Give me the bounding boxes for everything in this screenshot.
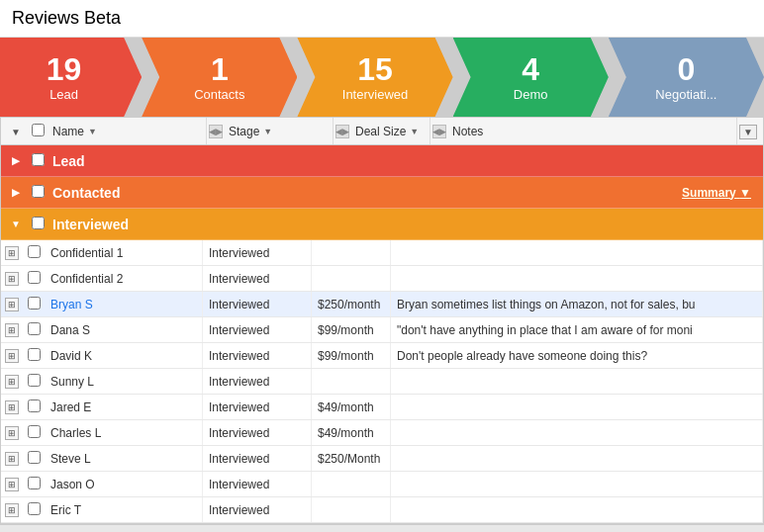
cell-stage: Interviewed xyxy=(203,369,312,394)
col-header-deal[interactable]: Deal Size ▼ xyxy=(351,118,430,144)
cell-notes xyxy=(391,395,763,419)
name-sort-icon: ▼ xyxy=(88,127,97,136)
app-title: Reviews Beta xyxy=(0,0,764,38)
group-label-lead: Lead xyxy=(48,153,759,169)
toggle-all-icon[interactable]: ▼ xyxy=(5,124,27,138)
cell-notes xyxy=(391,472,763,496)
row-checkbox[interactable] xyxy=(23,502,45,518)
pipeline-stage-contacts[interactable]: 1 Contacts xyxy=(142,38,297,117)
cell-stage: Interviewed xyxy=(203,292,312,316)
cell-name[interactable]: Dana S xyxy=(45,317,203,342)
cell-deal xyxy=(312,497,391,522)
cell-notes: Bryan sometimes list things on Amazon, n… xyxy=(391,292,763,316)
cell-name[interactable]: Sunny L xyxy=(45,369,203,394)
stage-label-interviewed: Interviewed xyxy=(342,87,408,102)
notes-dropdown-icon[interactable]: ▼ xyxy=(737,124,759,138)
row-checkbox[interactable] xyxy=(23,297,45,312)
table-row: ⊞ Confidential 1 Interviewed xyxy=(1,240,763,266)
name-resize-handle[interactable]: ◀▶ xyxy=(209,125,223,138)
row-checkbox[interactable] xyxy=(23,399,45,415)
cell-name[interactable]: Jason O xyxy=(45,472,203,496)
cell-stage: Interviewed xyxy=(203,266,312,291)
col-header-name[interactable]: Name ▼ xyxy=(48,118,207,144)
cell-name[interactable]: David K xyxy=(45,343,203,368)
pipeline-banner: 19 Lead 1 Contacts 15 Interviewed 4 Demo… xyxy=(0,38,764,117)
stage-resize-handle[interactable]: ◀▶ xyxy=(335,125,349,138)
stage-label-contacts: Contacts xyxy=(194,87,244,102)
cell-name[interactable]: Eric T xyxy=(45,497,203,522)
col-header-notes[interactable]: Notes xyxy=(448,118,737,144)
stage-count-interviewed: 15 xyxy=(357,53,393,85)
cell-deal: $99/month xyxy=(312,317,391,342)
cell-notes xyxy=(391,240,763,265)
row-expand-icon[interactable]: ⊞ xyxy=(1,349,23,363)
cell-stage: Interviewed xyxy=(203,395,312,419)
row-checkbox[interactable] xyxy=(23,348,45,364)
pipeline-stage-interviewed[interactable]: 15 Interviewed xyxy=(297,38,452,117)
cell-stage: Interviewed xyxy=(203,317,312,342)
row-expand-icon[interactable]: ⊞ xyxy=(1,298,23,311)
row-expand-icon[interactable]: ⊞ xyxy=(1,426,23,440)
group-label-contacted: Contacted xyxy=(48,185,682,201)
group-toggle-lead[interactable]: ▶ xyxy=(5,155,27,166)
main-table: ▼ Name ▼ ◀▶ Stage ▼ ◀▶ Deal Size ▼ ◀▶ No… xyxy=(0,117,764,524)
row-checkbox[interactable] xyxy=(23,477,45,492)
stage-count-contacts: 1 xyxy=(211,53,229,85)
group-header-interviewed: ▼ Interviewed xyxy=(1,209,763,240)
table-row: ⊞ Bryan S Interviewed $250/month Bryan s… xyxy=(1,292,763,317)
cell-notes xyxy=(391,266,763,291)
group-summary-contacted[interactable]: Summary ▼ xyxy=(682,186,751,200)
cell-deal: $250/month xyxy=(312,292,391,316)
group-label-interviewed: Interviewed xyxy=(48,217,759,232)
row-expand-icon[interactable]: ⊞ xyxy=(1,272,23,286)
stage-label-demo: Demo xyxy=(514,87,548,102)
cell-name[interactable]: Charles L xyxy=(45,420,203,445)
row-expand-icon[interactable]: ⊞ xyxy=(1,246,23,260)
cell-name[interactable]: Confidential 1 xyxy=(45,240,203,265)
row-checkbox[interactable] xyxy=(23,451,45,467)
cell-name[interactable]: Confidential 2 xyxy=(45,266,203,291)
row-checkbox[interactable] xyxy=(23,271,45,287)
deal-sort-icon: ▼ xyxy=(410,127,419,136)
row-expand-icon[interactable]: ⊞ xyxy=(1,503,23,517)
group-toggle-interviewed[interactable]: ▼ xyxy=(5,219,27,229)
horizontal-scrollbar[interactable] xyxy=(0,524,764,532)
deal-resize-handle[interactable]: ◀▶ xyxy=(432,125,446,138)
app-container: Reviews Beta 19 Lead 1 Contacts 15 Inter… xyxy=(0,0,764,532)
row-expand-icon[interactable]: ⊞ xyxy=(1,452,23,466)
row-checkbox[interactable] xyxy=(23,322,45,338)
table-row: ⊞ Charles L Interviewed $49/month xyxy=(1,420,763,446)
cell-deal: $49/month xyxy=(312,420,391,445)
table-row: ⊞ Sunny L Interviewed xyxy=(1,369,763,395)
pipeline-stage-lead[interactable]: 19 Lead xyxy=(0,38,142,117)
cell-name[interactable]: Steve L xyxy=(45,446,203,471)
table-row: ⊞ Eric T Interviewed xyxy=(1,497,763,523)
group-header-lead: ▶ Lead xyxy=(1,145,763,177)
summary-arrow-icon: ▼ xyxy=(739,186,751,200)
group-checkbox-interviewed[interactable] xyxy=(27,217,48,232)
row-checkbox[interactable] xyxy=(23,425,45,441)
cell-notes xyxy=(391,369,763,394)
col-header-stage[interactable]: Stage ▼ xyxy=(225,118,334,144)
row-checkbox[interactable] xyxy=(23,245,45,261)
groups-container: ▶ Lead ▶ Contacted Summary ▼ ▼ Interview… xyxy=(1,145,763,523)
row-expand-icon[interactable]: ⊞ xyxy=(1,375,23,389)
cell-name[interactable]: Jared E xyxy=(45,395,203,419)
cell-stage: Interviewed xyxy=(203,472,312,496)
group-checkbox-contacted[interactable] xyxy=(27,185,48,201)
row-expand-icon[interactable]: ⊞ xyxy=(1,323,23,337)
pipeline-stage-demo[interactable]: 4 Demo xyxy=(453,38,609,117)
table-row: ⊞ Dana S Interviewed $99/month "don't ha… xyxy=(1,317,763,343)
group-checkbox-lead[interactable] xyxy=(27,153,48,169)
cell-deal xyxy=(312,240,391,265)
cell-stage: Interviewed xyxy=(203,420,312,445)
cell-name[interactable]: Bryan S xyxy=(45,292,203,316)
row-expand-icon[interactable]: ⊞ xyxy=(1,400,23,414)
group-header-contacted: ▶ Contacted Summary ▼ xyxy=(1,177,763,209)
row-checkbox[interactable] xyxy=(23,374,45,390)
select-all-checkbox[interactable] xyxy=(27,124,48,139)
cell-deal xyxy=(312,266,391,291)
pipeline-stage-negotiation[interactable]: 0 Negotiati... xyxy=(609,38,764,117)
group-toggle-contacted[interactable]: ▶ xyxy=(5,187,27,198)
row-expand-icon[interactable]: ⊞ xyxy=(1,478,23,491)
